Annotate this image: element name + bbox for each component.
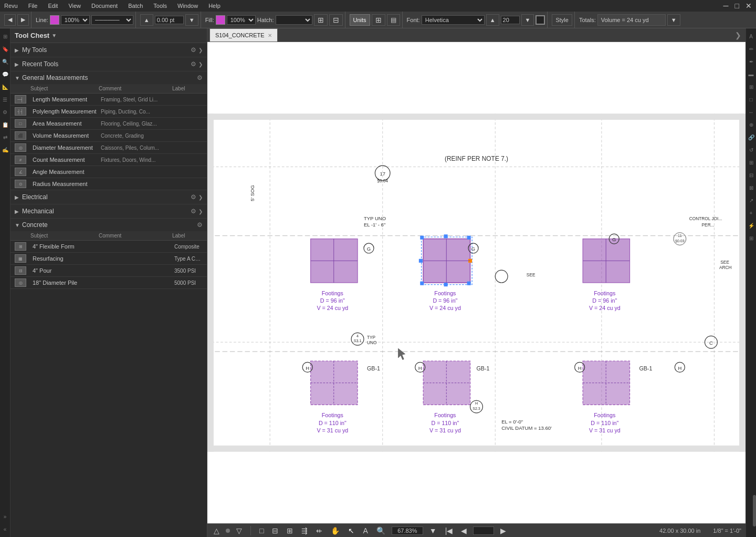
concrete-tool-row-0[interactable]: ⊞ 4" Flexible Form Composite [10, 241, 207, 253]
zoom-dropdown[interactable]: ▼ [427, 525, 439, 536]
right-icon-measure[interactable]: ↔ [747, 107, 756, 117]
concrete-gear-icon[interactable]: ⚙ [197, 221, 203, 229]
stroke-input[interactable] [155, 16, 184, 24]
tool-chest-dropdown[interactable]: ▼ [51, 33, 57, 38]
right-icon-align[interactable]: ⊞ [747, 158, 756, 167]
hatch-select[interactable] [276, 15, 312, 25]
pan-btn[interactable]: ✋ [329, 525, 342, 536]
bookmarks-icon[interactable]: 🔖 [1, 44, 10, 54]
tool-row-6[interactable]: ∠ Angle Measurement [10, 166, 207, 178]
close-btn[interactable]: ✕ [743, 1, 754, 11]
zoom-icon-btn[interactable]: 🔍 [374, 525, 387, 536]
back-btn[interactable]: ◀ [4, 14, 16, 26]
triangle-up-btn[interactable]: △ [212, 525, 222, 536]
line-width-select[interactable]: 100% [61, 15, 90, 25]
right-icon-copy[interactable]: ⊞ [747, 233, 756, 243]
totals-dropdown[interactable]: ▼ [667, 14, 680, 26]
menu-window[interactable]: Window [175, 2, 200, 10]
menu-document[interactable]: Document [89, 2, 120, 10]
next-btn[interactable]: ▶ [498, 525, 508, 536]
mechanical-section[interactable]: ▶ Mechanical ⚙ ❯ [10, 204, 207, 219]
units-btn[interactable]: Units [350, 14, 370, 26]
menu-revu[interactable]: Revu [2, 2, 20, 10]
style-btn[interactable]: Style [552, 14, 572, 26]
menu-help[interactable]: Help [206, 2, 223, 10]
mechanical-gear-icon[interactable]: ⚙ [191, 208, 196, 215]
right-icon-rotate[interactable]: ↺ [747, 145, 756, 154]
right-icon-link[interactable]: 🔗 [747, 132, 756, 142]
concrete-tool-row-3[interactable]: ◎ 18" Diameter Pile 5000 PSI [10, 277, 207, 289]
tab-s104-concrete[interactable]: S104_CONCRETE ✕ [209, 28, 278, 42]
electrical-gear-icon[interactable]: ⚙ [191, 193, 196, 201]
comments-icon[interactable]: 💬 [1, 69, 10, 79]
properties-icon[interactable]: ⚙ [1, 107, 10, 117]
tool-row-0[interactable]: ─┤ Length Measurement Framing, Steel, Gr… [10, 94, 207, 106]
text-select-btn[interactable]: A [361, 525, 370, 536]
snap-btn[interactable]: ▤ [387, 14, 400, 26]
stroke-up[interactable]: ▲ [140, 14, 153, 26]
layers-icon[interactable]: ☰ [1, 95, 10, 104]
general-gear-icon[interactable]: ⚙ [197, 74, 203, 81]
prev-page-btn[interactable]: |◀ [443, 525, 455, 536]
tool-row-1[interactable]: ┤┤ Polylength Measurement Piping, Ductin… [10, 106, 207, 118]
sync-view-btn[interactable]: ⇷ [314, 525, 324, 536]
compare-icon[interactable]: ⇄ [1, 132, 10, 142]
right-icon-stamp[interactable]: ⊞ [747, 82, 756, 91]
tool-row-7[interactable]: ⊙ Radius Measurement [10, 178, 207, 190]
right-icon-1[interactable]: A [747, 32, 756, 41]
concrete-tool-row-1[interactable]: ▦ Resurfacing Type A Coating [10, 253, 207, 265]
tool-row-3[interactable]: ⬛ Volume Measurement Concrete, Grading [10, 130, 207, 142]
prev-btn[interactable]: ◀ [459, 525, 469, 536]
recent-tools-gear-icon[interactable]: ⚙ [191, 60, 196, 68]
font-size-down[interactable]: ▲ [486, 14, 499, 26]
forward-btn[interactable]: ▶ [17, 14, 29, 26]
page-thumbnail-icon[interactable]: ⊞ [1, 32, 10, 41]
recent-tools-section[interactable]: ▶ Recent Tools ⚙ ❯ [10, 57, 207, 71]
page-input[interactable] [473, 526, 494, 535]
electrical-section[interactable]: ▶ Electrical ⚙ ❯ [10, 190, 207, 204]
triangle-down-btn[interactable]: ▽ [234, 525, 244, 536]
drawing-canvas[interactable]: 5' SOG (REINF PER NOTE 7.) TYP UNO EL -1… [207, 42, 746, 523]
right-icon-shape[interactable]: □ [747, 95, 756, 104]
fill-pct-select[interactable]: 100% [227, 15, 256, 25]
tab-close-btn[interactable]: ✕ [268, 33, 272, 38]
expand-panel-icon[interactable]: » [1, 512, 10, 521]
font-color-swatch[interactable] [536, 15, 545, 25]
tab-overflow-btn[interactable]: ❯ [735, 31, 746, 39]
tool-row-4[interactable]: ◎ Diameter Measurement Caissons, Piles, … [10, 142, 207, 154]
form-icon[interactable]: 📋 [1, 120, 10, 129]
right-icon-grid[interactable]: ⊟ [747, 170, 756, 180]
maximize-btn[interactable]: □ [733, 1, 741, 11]
half-view-btn[interactable]: ⊞ [285, 525, 295, 536]
font-size-input[interactable] [501, 16, 520, 24]
measure-icon[interactable]: 📐 [1, 82, 10, 91]
right-icon-arrow[interactable]: ↗ [747, 195, 756, 205]
right-icon-ruler[interactable]: ⊠ [747, 183, 756, 192]
right-icon-pen[interactable]: ✏ [747, 44, 756, 54]
menu-batch[interactable]: Batch [126, 2, 145, 10]
hatch-btn2[interactable]: ⊟ [329, 14, 343, 26]
line-style-select[interactable]: ────── [91, 15, 133, 25]
menu-file[interactable]: File [26, 2, 40, 10]
totals-value-btn[interactable]: Volume = 24 cu yd [597, 14, 666, 26]
concrete-section[interactable]: ▼ Concrete ⚙ [10, 219, 207, 231]
select-btn[interactable]: ↖ [346, 525, 356, 536]
right-icon-highlight[interactable]: ▬ [747, 69, 756, 79]
minimize-btn[interactable]: ─ [721, 1, 731, 11]
line-color-swatch[interactable] [50, 15, 59, 25]
tool-row-5[interactable]: # Count Measurement Fixtures, Doors, Win… [10, 154, 207, 166]
grid-btn[interactable]: ⊞ [372, 14, 385, 26]
my-tools-gear-icon[interactable]: ⚙ [191, 46, 196, 54]
general-measurements-section[interactable]: ▼ General Measurements ⚙ [10, 71, 207, 84]
search-doc-icon[interactable]: 🔍 [1, 57, 10, 66]
font-select[interactable]: Helvetica [422, 15, 485, 25]
right-icon-plus[interactable]: + [747, 208, 756, 218]
menu-tools[interactable]: Tools [151, 2, 169, 10]
fill-color-swatch[interactable] [216, 15, 225, 25]
signature-icon[interactable]: ✍ [1, 145, 10, 154]
expand-panel-icon-2[interactable]: « [1, 524, 10, 534]
concrete-tool-row-2[interactable]: ⊟ 4" Pour 3500 PSI [10, 265, 207, 277]
tool-row-2[interactable]: □ Area Measurement Flooring, Ceiling, Gl… [10, 118, 207, 130]
right-icon-snap[interactable]: ⊕ [747, 120, 756, 129]
my-tools-section[interactable]: ▶ My Tools ⚙ ❯ [10, 43, 207, 57]
